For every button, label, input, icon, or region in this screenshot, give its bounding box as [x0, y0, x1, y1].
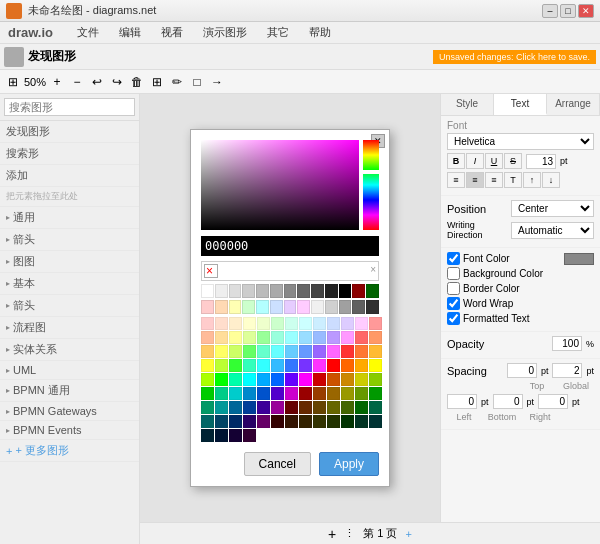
nav-basic[interactable]: ▸ 基本	[0, 273, 139, 295]
color-cell[interactable]	[243, 387, 256, 400]
cancel-button[interactable]: Cancel	[244, 452, 311, 476]
grayscale-swatch[interactable]	[256, 284, 269, 298]
grayscale-swatch[interactable]	[352, 284, 365, 298]
color-cell[interactable]	[243, 359, 256, 372]
spacing-right-input[interactable]	[538, 394, 568, 409]
color-cell[interactable]	[369, 317, 382, 330]
nav-add[interactable]: 添加	[0, 165, 139, 187]
color-cell[interactable]	[327, 359, 340, 372]
nav-style[interactable]: 搜索形	[0, 143, 139, 165]
toolbar-grid-icon[interactable]: ⊞	[4, 73, 22, 91]
color-cell[interactable]	[369, 415, 382, 428]
color-cell[interactable]	[215, 429, 228, 442]
color-cell[interactable]	[299, 415, 312, 428]
color-cell[interactable]	[313, 345, 326, 358]
pastel-swatch[interactable]	[325, 300, 338, 314]
color-cell[interactable]	[341, 359, 354, 372]
grayscale-swatch[interactable]	[270, 284, 283, 298]
color-cell[interactable]	[341, 373, 354, 386]
text-mid-button[interactable]: ↑	[523, 172, 541, 188]
undo-icon[interactable]: ↩	[88, 73, 106, 91]
color-cell[interactable]	[299, 345, 312, 358]
color-cell[interactable]	[327, 317, 340, 330]
grayscale-swatch[interactable]	[366, 284, 379, 298]
color-cell[interactable]	[313, 401, 326, 414]
color-cell[interactable]	[215, 401, 228, 414]
more-options-button[interactable]: ⋮	[344, 527, 355, 540]
color-cell[interactable]	[229, 401, 242, 414]
color-cell[interactable]	[243, 345, 256, 358]
color-cell[interactable]	[215, 373, 228, 386]
formatted-text-checkbox[interactable]	[447, 312, 460, 325]
color-cell[interactable]	[341, 401, 354, 414]
nav-flowchart[interactable]: ▸ 流程图	[0, 317, 139, 339]
color-cell[interactable]	[215, 415, 228, 428]
color-cell[interactable]	[201, 317, 214, 330]
grayscale-swatch[interactable]	[339, 284, 352, 298]
add-page-button2[interactable]: +	[405, 528, 411, 540]
color-cell[interactable]	[229, 373, 242, 386]
color-cell[interactable]	[313, 373, 326, 386]
nav-charts[interactable]: ▸ 图图	[0, 251, 139, 273]
color-cell[interactable]	[341, 345, 354, 358]
color-cell[interactable]	[201, 359, 214, 372]
color-cell[interactable]	[257, 415, 270, 428]
word-wrap-checkbox[interactable]	[447, 297, 460, 310]
color-cell[interactable]	[201, 373, 214, 386]
nav-er[interactable]: ▸ 实体关系	[0, 339, 139, 361]
close-button[interactable]: ✕	[578, 4, 594, 18]
nav-bpmn-ev[interactable]: ▸ BPMN Events	[0, 421, 139, 440]
color-cell[interactable]	[215, 387, 228, 400]
add-more-shapes[interactable]: + + 更多图形	[0, 440, 139, 462]
color-cell[interactable]	[229, 359, 242, 372]
color-cell[interactable]	[215, 345, 228, 358]
color-cell[interactable]	[327, 387, 340, 400]
color-cell[interactable]	[229, 317, 242, 330]
pastel-swatch[interactable]	[256, 300, 269, 314]
color-cell[interactable]	[243, 373, 256, 386]
color-cell[interactable]	[299, 387, 312, 400]
pastel-swatch[interactable]	[242, 300, 255, 314]
pastel-swatch[interactable]	[297, 300, 310, 314]
minimize-button[interactable]: –	[542, 4, 558, 18]
maximize-button[interactable]: □	[560, 4, 576, 18]
color-cell[interactable]	[243, 429, 256, 442]
color-cell[interactable]	[271, 317, 284, 330]
pastel-swatch[interactable]	[311, 300, 324, 314]
color-cell[interactable]	[355, 415, 368, 428]
bold-button[interactable]: B	[447, 153, 465, 169]
color-cell[interactable]	[285, 373, 298, 386]
menu-shapes[interactable]: 演示图形	[199, 23, 251, 42]
tab-arrange[interactable]: Arrange	[547, 94, 600, 115]
color-cell[interactable]	[201, 415, 214, 428]
pastel-swatch[interactable]	[201, 300, 214, 314]
border-color-checkbox[interactable]	[447, 282, 460, 295]
color-cell[interactable]	[327, 345, 340, 358]
swatch-clear[interactable]	[204, 264, 218, 278]
menu-file[interactable]: 文件	[73, 23, 103, 42]
redo-icon[interactable]: ↪	[108, 73, 126, 91]
add-page-button[interactable]: +	[328, 526, 336, 542]
color-cell[interactable]	[285, 401, 298, 414]
color-cell[interactable]	[299, 317, 312, 330]
color-cell[interactable]	[285, 415, 298, 428]
color-cell[interactable]	[355, 401, 368, 414]
color-cell[interactable]	[229, 345, 242, 358]
color-cell[interactable]	[201, 331, 214, 344]
hex-input[interactable]	[205, 239, 375, 253]
color-cell[interactable]	[271, 387, 284, 400]
unsaved-banner[interactable]: Unsaved changes: Click here to save.	[433, 50, 596, 64]
nav-uml[interactable]: ▸ UML	[0, 361, 139, 380]
nav-bpmn-gw[interactable]: ▸ BPMN Gateways	[0, 402, 139, 421]
text-top-button[interactable]: T	[504, 172, 522, 188]
search-input[interactable]	[4, 98, 135, 116]
color-cell[interactable]	[271, 331, 284, 344]
color-cell[interactable]	[271, 401, 284, 414]
color-cell[interactable]	[341, 415, 354, 428]
color-cell[interactable]	[285, 345, 298, 358]
pastel-swatch[interactable]	[339, 300, 352, 314]
pastel-swatch[interactable]	[284, 300, 297, 314]
color-cell[interactable]	[257, 345, 270, 358]
color-gradient-picker[interactable]	[201, 140, 379, 230]
color-cell[interactable]	[369, 387, 382, 400]
